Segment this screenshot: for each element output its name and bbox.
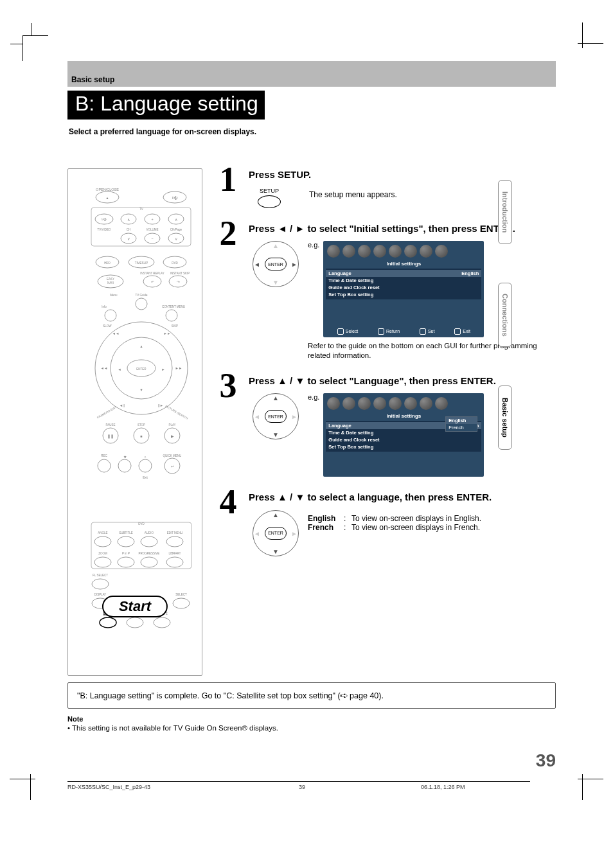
svg-text:DVD: DVD xyxy=(172,261,178,265)
svg-text:↶: ↶ xyxy=(151,280,154,284)
svg-point-91 xyxy=(118,536,134,547)
svg-text:CH/Page: CH/Page xyxy=(170,228,182,231)
svg-text:HDD: HDD xyxy=(104,261,111,265)
enter-label: ENTER xyxy=(265,527,287,540)
svg-point-113 xyxy=(154,617,170,628)
svg-text:SLOW: SLOW xyxy=(103,324,112,328)
completion-box: "B: Language setting" is complete. Go to… xyxy=(67,682,556,709)
setup-button-graphic: SETUP xyxy=(249,188,290,208)
step-desc: The setup menu appears. xyxy=(309,190,397,199)
svg-text:REC: REC xyxy=(101,454,107,457)
svg-point-99 xyxy=(118,557,134,567)
crop-mark xyxy=(565,761,591,787)
note-body: • This setting is not available for TV G… xyxy=(67,724,556,732)
svg-text:▲: ▲ xyxy=(139,344,143,348)
dpad-enter-graphic: ▲ ▼ ◄ ► ENTER xyxy=(253,241,299,287)
side-tab-basic-setup: Basic setup xyxy=(498,385,512,450)
svg-text:TIMESLIP: TIMESLIP xyxy=(135,261,148,265)
svg-point-98 xyxy=(94,557,111,567)
svg-text:↩: ↩ xyxy=(171,465,174,468)
svg-text:+: + xyxy=(151,217,153,221)
svg-text:−: − xyxy=(151,236,153,240)
svg-point-107 xyxy=(173,598,190,608)
svg-text:SUBTITLE: SUBTITLE xyxy=(119,531,133,535)
svg-text:VOLUME: VOLUME xyxy=(146,228,158,231)
svg-text:ANGLE: ANGLE xyxy=(98,531,107,535)
svg-text:∧: ∧ xyxy=(127,218,130,222)
step-4: 4 Press ▲ / ▼ to select a language, then… xyxy=(214,491,556,556)
svg-text:Exit: Exit xyxy=(143,476,148,479)
setup-label: SETUP xyxy=(249,188,290,194)
svg-text:PICTURE SEARCH: PICTURE SEARCH xyxy=(164,405,188,420)
svg-text:∨: ∨ xyxy=(127,237,130,241)
svg-text:STOP: STOP xyxy=(138,423,145,427)
svg-text:CONTENT MENU: CONTENT MENU xyxy=(162,305,185,308)
header-bar: Basic setup xyxy=(67,61,556,87)
svg-text:▼: ▼ xyxy=(139,388,143,392)
svg-text:TV/VIDEO: TV/VIDEO xyxy=(97,228,111,231)
svg-text:○: ○ xyxy=(144,455,146,459)
svg-text:◄||: ◄|| xyxy=(120,403,125,407)
step-number: 1 xyxy=(214,166,242,193)
setup-oval-icon xyxy=(258,195,281,208)
svg-text:I/⏻: I/⏻ xyxy=(172,196,177,200)
svg-text:EDIT MENU: EDIT MENU xyxy=(167,531,183,535)
svg-point-92 xyxy=(141,536,157,547)
svg-point-93 xyxy=(166,536,183,547)
svg-text:NAVI: NAVI xyxy=(107,281,114,285)
remote-illustration: OPEN/CLOSE ▲ I/⏻ TV I/⏻ ∧ + ∧ TV/VIDEO C… xyxy=(67,168,202,676)
svg-point-77 xyxy=(118,459,131,472)
gui-screen: Initial settings LanguageEnglish Time & … xyxy=(323,241,484,337)
step-hint: Refer to the guide on the bottom on each… xyxy=(308,341,556,360)
svg-text:LIBRARY: LIBRARY xyxy=(168,552,181,555)
svg-text:DISPLAY: DISPLAY xyxy=(94,593,107,596)
eg-label: e.g. xyxy=(308,393,319,401)
dpad-enter-graphic: ▲ ▼ ◄ ► ENTER xyxy=(253,393,299,439)
side-tab-connections: Connections xyxy=(498,283,512,347)
svg-point-111 xyxy=(127,617,143,628)
svg-point-100 xyxy=(141,557,157,567)
svg-text:QUICK MENU: QUICK MENU xyxy=(163,454,182,457)
svg-text:∨: ∨ xyxy=(175,237,177,241)
svg-text:INSTANT REPLAY: INSTANT REPLAY xyxy=(140,272,164,275)
svg-text:↷: ↷ xyxy=(177,280,180,284)
svg-text:★: ★ xyxy=(123,455,127,459)
svg-point-101 xyxy=(166,557,183,567)
arrow-icon: ➪ xyxy=(340,691,348,700)
svg-text:ZOOM: ZOOM xyxy=(98,552,107,555)
svg-text:►►: ►► xyxy=(164,332,171,335)
svg-text:◄◄: ◄◄ xyxy=(101,366,108,370)
svg-point-79 xyxy=(139,459,152,472)
svg-text:◄: ◄ xyxy=(118,368,121,371)
svg-text:■: ■ xyxy=(140,434,142,438)
svg-point-44 xyxy=(105,310,116,321)
svg-text:❚❚: ❚❚ xyxy=(107,434,114,439)
svg-text:PROGRESSIVE: PROGRESSIVE xyxy=(139,552,160,555)
svg-point-103 xyxy=(92,579,109,589)
svg-text:SELECT: SELECT xyxy=(175,593,187,596)
svg-text:∧: ∧ xyxy=(175,218,177,222)
svg-text:◄◄: ◄◄ xyxy=(112,332,120,335)
svg-text:||►: ||► xyxy=(158,403,163,407)
note-title: Note xyxy=(67,715,556,723)
svg-text:OPEN/CLOSE: OPEN/CLOSE xyxy=(96,188,119,191)
step-title: Press SETUP. xyxy=(249,168,556,181)
svg-text:SKIP: SKIP xyxy=(172,324,178,328)
svg-text:I/⏻: I/⏻ xyxy=(102,218,107,221)
gui-popup: English French xyxy=(445,416,477,432)
svg-point-75 xyxy=(98,459,111,472)
svg-point-90 xyxy=(94,536,111,547)
svg-text:►: ► xyxy=(161,368,164,371)
step-number: 3 xyxy=(214,372,242,400)
crop-mark xyxy=(565,35,591,61)
side-tab-introduction: Introduction xyxy=(498,180,512,244)
svg-text:PLAY: PLAY xyxy=(168,423,175,427)
svg-text:TV Guide: TV Guide xyxy=(135,294,148,297)
language-options: English:To view on-screen displays in En… xyxy=(308,514,481,532)
svg-text:FRAME/ADJUST: FRAME/ADJUST xyxy=(96,405,118,420)
step-title: Press ▲ / ▼ to select a language, then p… xyxy=(249,491,556,504)
svg-text:INSTANT SKIP: INSTANT SKIP xyxy=(170,272,190,275)
crop-mark xyxy=(22,35,48,61)
svg-text:Menu: Menu xyxy=(110,294,118,297)
svg-text:PAUSE: PAUSE xyxy=(106,423,116,427)
